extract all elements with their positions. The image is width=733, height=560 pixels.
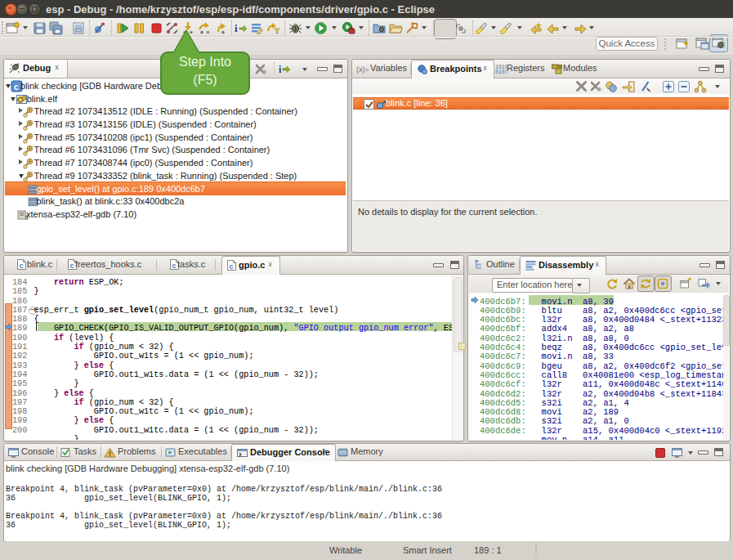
svg-text:c: c <box>14 82 19 91</box>
svg-text:i: i <box>235 22 238 34</box>
svg-text:c: c <box>20 262 24 270</box>
svg-text:i: i <box>279 64 282 75</box>
svg-text:600: 600 <box>75 24 83 29</box>
svg-text:c: c <box>172 262 177 270</box>
svg-text:0101: 0101 <box>495 69 507 75</box>
svg-text:c: c <box>70 262 74 270</box>
svg-text:(x)=: (x)= <box>356 65 369 74</box>
svg-text:c: c <box>230 262 234 271</box>
